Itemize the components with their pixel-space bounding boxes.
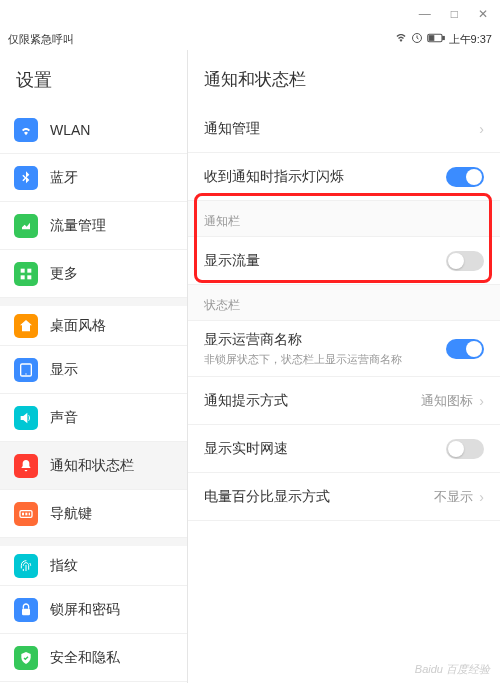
sidebar-item-label: 桌面风格 [50,317,106,335]
settings-detail-panel: 通知和状态栏 通知管理 › 收到通知时指示灯闪烁 通知栏 显示流量 状态栏 显示… [188,50,500,683]
network-status: 仅限紧急呼叫 [8,32,395,47]
fingerprint-icon [14,554,38,578]
section-header-status-bar: 状态栏 [188,285,500,321]
shield-icon [14,646,38,670]
svg-rect-11 [22,512,24,515]
toggle-show-netspeed[interactable] [446,439,484,459]
svg-rect-12 [25,512,27,515]
chevron-right-icon: › [479,393,484,409]
svg-rect-6 [21,275,25,279]
sidebar-item-fingerprint[interactable]: 指纹 [0,538,187,586]
lock-icon [14,598,38,622]
device-statusbar: 仅限紧急呼叫 上午9:37 [0,28,500,50]
row-show-netspeed[interactable]: 显示实时网速 [188,425,500,473]
sidebar-item-lock[interactable]: 锁屏和密码 [0,586,187,634]
sidebar-item-data[interactable]: 流量管理 [0,202,187,250]
sidebar-item-wifi[interactable]: WLAN [0,106,187,154]
sidebar-item-bluetooth[interactable]: 蓝牙 [0,154,187,202]
toggle-led-blink[interactable] [446,167,484,187]
toggle-show-carrier[interactable] [446,339,484,359]
clock-icon [411,32,423,46]
sidebar-item-label: 蓝牙 [50,169,78,187]
nav-icon [14,502,38,526]
chevron-right-icon: › [479,121,484,137]
sidebar-item-label: WLAN [50,122,90,138]
more-icon [14,262,38,286]
row-led-blink[interactable]: 收到通知时指示灯闪烁 [188,153,500,201]
row-battery-percent[interactable]: 电量百分比显示方式 不显示 › [188,473,500,521]
wifi-icon [395,32,407,46]
sidebar-item-bell[interactable]: 通知和状态栏 [0,442,187,490]
svg-rect-3 [429,36,434,41]
toggle-show-traffic[interactable] [446,251,484,271]
svg-point-9 [25,373,26,374]
close-button[interactable]: ✕ [478,7,488,21]
home-icon [14,314,38,338]
sidebar-item-nav[interactable]: 导航键 [0,490,187,538]
svg-rect-5 [27,268,31,272]
display-icon [14,358,38,382]
svg-rect-7 [27,275,31,279]
settings-sidebar: 设置 WLAN蓝牙流量管理更多桌面风格显示声音通知和状态栏导航键指纹锁屏和密码安… [0,50,188,683]
bell-icon [14,454,38,478]
svg-rect-4 [21,268,25,272]
sidebar-item-label: 流量管理 [50,217,106,235]
svg-rect-2 [442,37,444,40]
sidebar-item-label: 导航键 [50,505,92,523]
row-notification-management[interactable]: 通知管理 › [188,105,500,153]
chevron-right-icon: › [479,489,484,505]
row-show-traffic[interactable]: 显示流量 [188,237,500,285]
sidebar-item-label: 通知和状态栏 [50,457,134,475]
page-title: 通知和状态栏 [188,50,500,105]
sidebar-item-sound[interactable]: 声音 [0,394,187,442]
window-titlebar: — □ ✕ [0,0,500,28]
sidebar-item-shield[interactable]: 安全和隐私 [0,634,187,682]
row-notification-style[interactable]: 通知提示方式 通知图标 › [188,377,500,425]
sidebar-item-label: 声音 [50,409,78,427]
sidebar-item-label: 锁屏和密码 [50,601,120,619]
watermark: Baidu 百度经验 [415,662,490,677]
sidebar-item-more[interactable]: 更多 [0,250,187,298]
maximize-button[interactable]: □ [451,7,458,21]
sidebar-item-label: 更多 [50,265,78,283]
wifi-icon [14,118,38,142]
svg-rect-14 [22,608,30,615]
section-header-notification-bar: 通知栏 [188,201,500,237]
data-icon [14,214,38,238]
row-show-carrier[interactable]: 显示运营商名称 非锁屏状态下，状态栏上显示运营商名称 [188,321,500,377]
minimize-button[interactable]: — [419,7,431,21]
sidebar-title: 设置 [0,50,187,106]
bluetooth-icon [14,166,38,190]
sidebar-item-label: 指纹 [50,557,78,575]
svg-rect-13 [29,512,30,515]
sidebar-item-home[interactable]: 桌面风格 [0,298,187,346]
sidebar-item-label: 显示 [50,361,78,379]
time-label: 上午9:37 [449,32,492,47]
sidebar-item-display[interactable]: 显示 [0,346,187,394]
battery-icon [427,33,445,45]
sound-icon [14,406,38,430]
sidebar-item-label: 安全和隐私 [50,649,120,667]
